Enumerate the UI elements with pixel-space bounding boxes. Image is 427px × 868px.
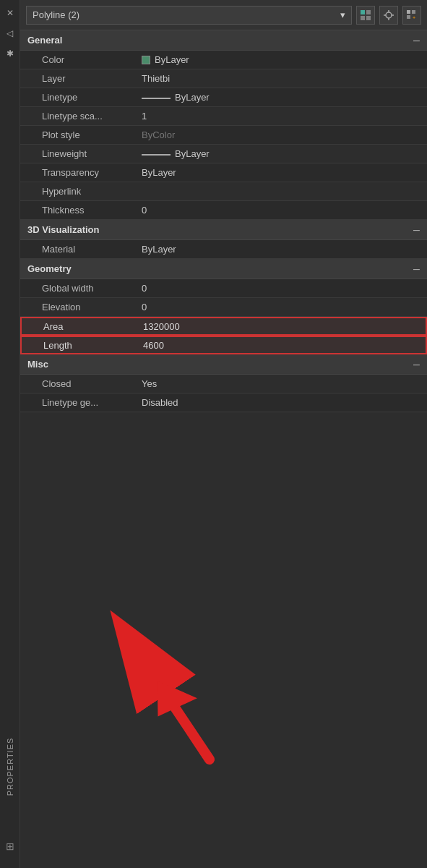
crosshair-icon[interactable]: [379, 6, 398, 25]
plot-style-value: ByColor: [136, 129, 427, 140]
geometry-section-header[interactable]: Geometry –: [20, 259, 427, 279]
layer-label: Layer: [20, 73, 136, 84]
settings-icon[interactable]: ✱: [3, 46, 17, 61]
thickness-label: Thickness: [20, 205, 136, 216]
area-label: Area: [22, 321, 137, 332]
elevation-value[interactable]: 0: [136, 302, 427, 312]
svg-rect-0: [361, 10, 365, 14]
object-dropdown[interactable]: Polyline (2) ▾: [26, 6, 352, 25]
closed-label: Closed: [20, 378, 136, 389]
geometry-collapse: –: [413, 263, 420, 275]
left-sidebar: ✕ ◁ ✱ PROPERTIES ⊞: [0, 0, 20, 868]
panel-label: PROPERTIES: [0, 723, 20, 810]
transparency-label: Transparency: [20, 167, 136, 178]
svg-rect-1: [366, 10, 371, 14]
property-linetype: Linetype ByLayer: [20, 88, 427, 107]
linetype-scale-label: Linetype sca...: [20, 111, 136, 122]
dropdown-label: Polyline (2): [33, 9, 79, 20]
material-label: Material: [20, 244, 136, 255]
lineweight-value[interactable]: ByLayer: [136, 148, 427, 159]
lineweight-label: Lineweight: [20, 148, 136, 159]
viz3d-section-header[interactable]: 3D Visualization –: [20, 220, 427, 240]
property-lineweight: Lineweight ByLayer: [20, 145, 427, 163]
property-length: Length 4600: [20, 336, 427, 354]
svg-rect-10: [412, 10, 415, 14]
red-arrow: [145, 673, 231, 767]
property-transparency: Transparency ByLayer: [20, 163, 427, 182]
general-collapse: –: [413, 35, 420, 46]
hyperlink-label: Hyperlink: [20, 186, 136, 197]
svg-rect-2: [361, 16, 365, 20]
plot-style-label: Plot style: [20, 129, 136, 140]
svg-rect-3: [366, 16, 371, 20]
grid-icon[interactable]: +: [402, 6, 421, 25]
general-title: General: [27, 35, 62, 46]
property-closed: Closed Yes: [20, 375, 427, 393]
elevation-label: Elevation: [20, 302, 136, 312]
linetype-label: Linetype: [20, 92, 136, 103]
property-material: Material ByLayer: [20, 240, 427, 259]
stack-icon[interactable]: [356, 6, 375, 25]
property-linetype-scale: Linetype sca... 1: [20, 107, 427, 126]
line-indicator: [142, 98, 171, 99]
misc-collapse: –: [413, 359, 420, 370]
color-label: Color: [20, 54, 136, 65]
property-thickness: Thickness 0: [20, 201, 427, 220]
misc-section-header[interactable]: Misc –: [20, 354, 427, 375]
global-width-value[interactable]: 0: [136, 283, 427, 294]
thickness-value[interactable]: 0: [136, 205, 427, 216]
svg-rect-9: [407, 10, 410, 14]
viz3d-title: 3D Visualization: [27, 224, 99, 235]
property-plot-style: Plot style ByColor: [20, 126, 427, 145]
length-value[interactable]: 4600: [137, 340, 426, 351]
general-section-header[interactable]: General –: [20, 30, 427, 51]
color-swatch: [142, 56, 150, 64]
layer-value[interactable]: Thietbi: [136, 73, 427, 84]
property-linetype-gen: Linetype ge... Disabled: [20, 393, 427, 412]
misc-title: Misc: [27, 359, 48, 370]
linetype-value[interactable]: ByLayer: [136, 92, 427, 103]
length-label: Length: [22, 340, 137, 351]
pin-icon[interactable]: ◁: [3, 26, 17, 41]
property-area: Area 1320000: [20, 317, 427, 336]
material-value[interactable]: ByLayer: [136, 244, 427, 255]
transparency-value[interactable]: ByLayer: [136, 167, 427, 178]
close-icon[interactable]: ✕: [3, 6, 17, 20]
toolbar: Polyline (2) ▾: [20, 0, 427, 30]
property-color: Color ByLayer: [20, 51, 427, 69]
svg-rect-11: [407, 15, 410, 19]
property-global-width: Global width 0: [20, 279, 427, 298]
linetype-gen-value: Disabled: [136, 397, 427, 408]
svg-text:+: +: [413, 15, 415, 20]
closed-value[interactable]: Yes: [136, 378, 427, 389]
chevron-down-icon: ▾: [340, 9, 345, 20]
linetype-gen-label: Linetype ge...: [20, 397, 136, 408]
lineweight-indicator: [142, 154, 171, 156]
global-width-label: Global width: [20, 283, 136, 294]
color-value[interactable]: ByLayer: [136, 54, 427, 65]
linetype-scale-value[interactable]: 1: [136, 111, 427, 122]
viz3d-collapse: –: [413, 224, 420, 236]
property-elevation: Elevation 0: [20, 298, 427, 317]
bottom-icon[interactable]: ⊞: [3, 839, 17, 854]
area-value[interactable]: 1320000: [137, 321, 426, 332]
svg-marker-15: [145, 668, 197, 716]
property-layer: Layer Thietbi: [20, 69, 427, 88]
property-hyperlink: Hyperlink: [20, 182, 427, 201]
svg-point-4: [386, 12, 392, 18]
geometry-title: Geometry: [27, 263, 72, 274]
